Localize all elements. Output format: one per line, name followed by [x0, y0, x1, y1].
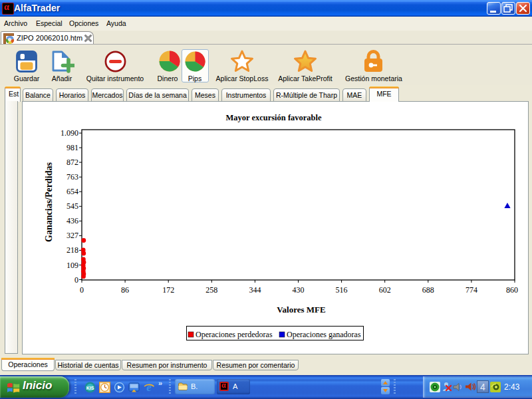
svg-text:218: 218: [66, 245, 78, 255]
svg-text:430: 430: [293, 285, 305, 295]
svg-text:327: 327: [66, 231, 78, 240]
svg-text:Valores MFE: Valores MFE: [277, 305, 325, 315]
svg-text:860: 860: [506, 285, 518, 295]
svg-text:688: 688: [422, 285, 434, 295]
svg-text:172: 172: [162, 285, 174, 295]
svg-text:0: 0: [80, 285, 84, 295]
svg-text:1.090: 1.090: [61, 128, 78, 138]
svg-text:Operaciones perdedoras: Operaciones perdedoras: [196, 330, 273, 339]
svg-text:e: e: [146, 381, 152, 393]
svg-text:436: 436: [66, 216, 78, 225]
svg-text:109: 109: [66, 261, 78, 270]
svg-text:763: 763: [66, 172, 78, 182]
svg-text:Ganancias/Perdidas: Ganancias/Perdidas: [44, 162, 54, 242]
svg-text:86: 86: [121, 285, 129, 295]
svg-text:258: 258: [205, 285, 217, 295]
svg-text:872: 872: [66, 158, 78, 167]
svg-text:344: 344: [249, 285, 261, 295]
svg-text:654: 654: [66, 187, 78, 196]
svg-text:981: 981: [66, 143, 78, 152]
svg-text:Mayor excursión favorable: Mayor excursión favorable: [225, 113, 322, 122]
svg-text:0: 0: [74, 275, 78, 285]
svg-text:774: 774: [466, 285, 477, 295]
svg-text:Operaciones ganadoras: Operaciones ganadoras: [287, 330, 361, 339]
svg-text:KIS: KIS: [86, 386, 94, 390]
svg-text:516: 516: [336, 285, 348, 295]
svg-text:545: 545: [66, 201, 78, 211]
svg-text:602: 602: [379, 285, 391, 295]
